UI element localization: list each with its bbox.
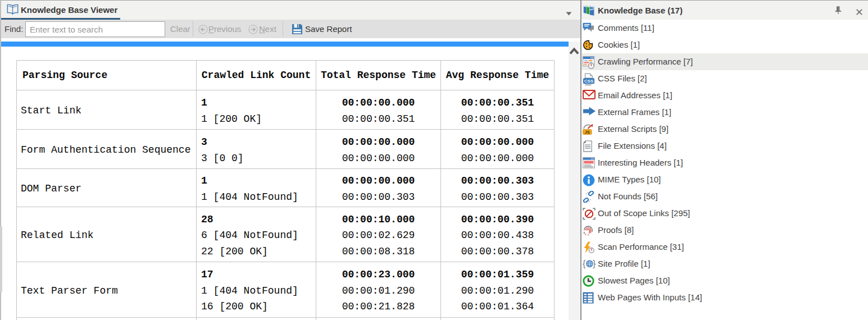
svg-text:}: } (593, 259, 596, 268)
svg-text:{: { (583, 259, 586, 268)
svg-text:JS: JS (585, 130, 590, 135)
svg-text:CSS: CSS (584, 79, 594, 84)
